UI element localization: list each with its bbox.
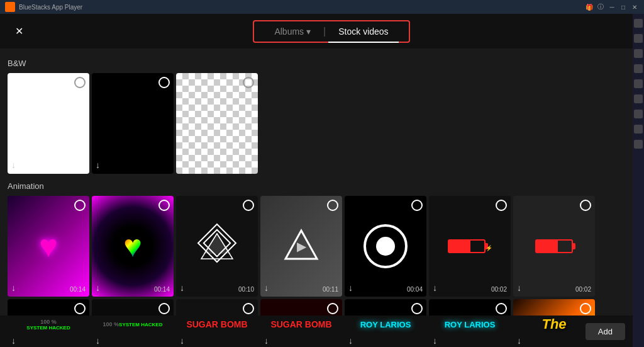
header: ✕ Albums ▾ | Stock videos (0, 14, 633, 48)
app-logo (5, 2, 15, 12)
checkbox[interactable] (158, 77, 170, 88)
battery-graphic-2 (535, 239, 573, 253)
duration-label: 00:02 (491, 286, 507, 293)
rainbow-heart-graphic: ♥ (123, 230, 142, 262)
list-item[interactable]: ↓ 00:04 (345, 196, 426, 297)
sidebar-icon-6[interactable] (634, 94, 643, 103)
animation-grid: ♥ ↓ 00:14 ♥ ↓ 00:14 (8, 196, 625, 297)
checkbox[interactable] (74, 77, 86, 88)
duration-label: 00:04 (407, 286, 423, 293)
minimize-button[interactable]: ─ (608, 3, 616, 11)
download-icon[interactable]: ↓ (96, 283, 100, 293)
gift-icon[interactable]: 🎁 (585, 3, 594, 11)
circle-graphic (364, 224, 408, 268)
scroll-area[interactable]: B&W ↓ ↓ Animation (0, 48, 633, 347)
sugar-bomb-text-2: SUGAR BOMB (270, 319, 331, 329)
close-button[interactable]: ✕ (630, 3, 639, 11)
heart-graphic: ♥ (39, 230, 58, 262)
titlebar-title: BlueStacks App Player (19, 4, 585, 11)
system-hacked-text: SYSTEM HACKED (26, 325, 70, 331)
titlebar-controls: 🎁 ⓘ ─ □ ✕ (585, 3, 639, 11)
download-icon[interactable]: ↓ (517, 336, 521, 346)
tab-albums[interactable]: Albums ▾ (264, 24, 321, 39)
duration-label: 00:11 (323, 286, 338, 293)
close-panel-button[interactable]: ✕ (10, 23, 28, 40)
system-hacked-text-2: SYSTEM HACKED (119, 322, 162, 327)
sidebar-icon-7[interactable] (634, 110, 643, 118)
sidebar-icon-4[interactable] (634, 64, 643, 73)
hacked-text-2: 100 % (103, 321, 119, 327)
maximize-button[interactable]: □ (619, 3, 628, 11)
list-item[interactable]: ♥ ↓ 00:14 (8, 196, 89, 297)
main-content: ✕ Albums ▾ | Stock videos B&W ↓ (0, 14, 633, 347)
download-icon[interactable]: ↓ (264, 336, 269, 346)
sidebar-icon-5[interactable] (634, 79, 643, 88)
download-icon[interactable]: ↓ (96, 336, 100, 346)
checkbox[interactable] (411, 303, 423, 314)
download-icon[interactable]: ↓ (264, 283, 269, 293)
checkbox[interactable] (243, 77, 254, 88)
checkbox[interactable] (327, 200, 338, 211)
tabs-container: Albums ▾ | Stock videos (253, 20, 409, 43)
checkbox[interactable] (158, 303, 170, 314)
checkbox[interactable] (327, 303, 338, 314)
right-sidebar (633, 14, 644, 347)
download-icon[interactable]: ↓ (348, 336, 353, 346)
add-button[interactable]: Add (586, 323, 625, 340)
checkbox[interactable] (580, 200, 591, 211)
list-item[interactable] (176, 73, 258, 174)
download-icon[interactable]: ↓ (517, 283, 521, 293)
checkbox[interactable] (243, 200, 254, 211)
play-icon: ▶ (297, 239, 306, 254)
sidebar-icon-8[interactable] (634, 125, 643, 134)
checkbox[interactable] (580, 303, 591, 314)
info-icon[interactable]: ⓘ (596, 3, 605, 11)
checkbox[interactable] (496, 303, 507, 314)
sidebar-icon-2[interactable] (634, 34, 643, 43)
download-icon[interactable]: ↓ (348, 283, 353, 293)
titlebar: BlueStacks App Player 🎁 ⓘ ─ □ ✕ (0, 0, 644, 14)
download-icon[interactable]: ↓ (180, 336, 184, 346)
sugar-bomb-text: SUGAR BOMB (186, 319, 247, 329)
list-item[interactable]: ↓ 00:02 (513, 196, 595, 297)
tab-stock-videos[interactable]: Stock videos (328, 24, 398, 39)
download-icon[interactable]: ↓ (11, 160, 16, 170)
svg-marker-3 (203, 232, 231, 254)
the-text: The (541, 316, 566, 333)
list-item[interactable]: ↓ (92, 73, 174, 174)
battery-graphic (448, 239, 486, 253)
checkbox[interactable] (74, 303, 86, 314)
neon-line-text-1: ROY LARIOS (360, 320, 411, 329)
checkbox[interactable] (158, 200, 170, 211)
download-icon[interactable]: ↓ (433, 336, 437, 346)
section-animation-title: Animation (8, 181, 625, 191)
download-icon[interactable]: ↓ (96, 160, 100, 170)
duration-label: 00:14 (70, 286, 86, 293)
checkbox[interactable] (496, 200, 507, 211)
tab-divider: | (323, 26, 326, 37)
checkbox[interactable] (411, 200, 423, 211)
checkbox[interactable] (243, 303, 254, 314)
bw-shapes-graphic (195, 221, 239, 271)
section-bw: B&W ↓ ↓ (8, 59, 625, 174)
list-item[interactable]: ↓ (8, 73, 89, 174)
duration-label: 00:02 (575, 286, 591, 293)
list-item[interactable]: ♥ ↓ 00:14 (92, 196, 174, 297)
list-item[interactable]: ↓ 00:10 (176, 196, 258, 297)
sidebar-icon-1[interactable] (634, 19, 643, 28)
list-item[interactable]: ▶ ↓ 00:11 (260, 196, 342, 297)
battery-text: ⚡ (486, 245, 492, 251)
checkbox[interactable] (74, 200, 86, 211)
bw-grid: ↓ ↓ (8, 73, 625, 174)
sidebar-icon-3[interactable] (634, 49, 643, 58)
chevron-down-icon: ▾ (306, 26, 311, 37)
neon-line-text-2: ROY LARIOS (445, 320, 496, 329)
download-icon[interactable]: ↓ (180, 283, 184, 293)
hacked-text: 100 % (40, 319, 57, 325)
download-icon[interactable]: ↓ (11, 336, 16, 346)
download-icon[interactable]: ↓ (433, 283, 437, 293)
duration-label: 00:14 (154, 286, 170, 293)
sidebar-icon-9[interactable] (634, 140, 643, 149)
list-item[interactable]: ⚡ ↓ 00:02 (429, 196, 511, 297)
download-icon[interactable]: ↓ (11, 283, 16, 293)
